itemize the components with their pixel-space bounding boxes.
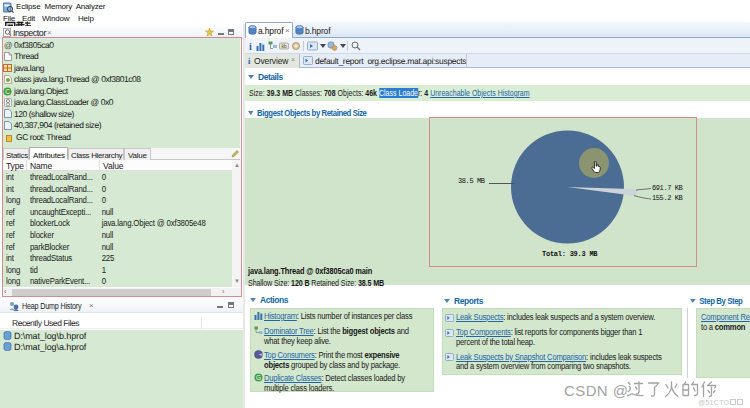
- svg-text:kb: kb: [282, 43, 287, 49]
- svg-text:G: G: [256, 374, 261, 381]
